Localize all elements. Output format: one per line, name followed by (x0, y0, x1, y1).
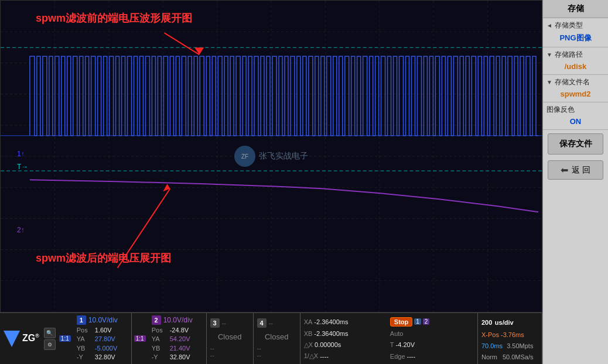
ch1-pos-value: 1.60V (95, 326, 112, 335)
stop-row: Stop 1 2 (390, 315, 474, 328)
annotation-1: spwm滤波前的端电压波形展开图 (36, 11, 192, 25)
norm-sample-row: Norm 50.0MSa/s (481, 353, 538, 360)
ch2-pos-value: -24.8V (170, 326, 189, 335)
one-dx-value: ---- (320, 353, 329, 360)
ch2-y-value: 32.80V (170, 353, 190, 362)
ch1-yb-value: -5.000V (95, 344, 118, 353)
rp-image-reverse-label: 图像反色 (546, 105, 575, 115)
ch3-block: 3 -- Closed -- -- (207, 313, 254, 364)
rp-storage-type-label: 存储类型 (555, 20, 583, 30)
ch2-indicator: 2 (423, 318, 430, 325)
time-label-row: 70.0ms 3.50Mpts (481, 342, 538, 349)
edge-row: Edge ---- (390, 351, 474, 362)
ch3-dashes: -- (210, 345, 250, 352)
back-arrow-icon: ⬅ (561, 164, 568, 176)
rp-storage-path-section: ▼ 存储路径 /udisk (543, 47, 608, 75)
ch2-ya-label: YA (152, 335, 168, 344)
rp-image-reverse-section: 图像反色 ON (543, 102, 608, 130)
mpts-label-value: 3.50Mpts (507, 342, 533, 349)
xa-row: XA -2.36400ms (304, 315, 388, 328)
watermark-logo: ZF (234, 146, 255, 167)
logo-area: ZG® (0, 313, 43, 364)
xpos-value: -3.76ms (501, 331, 524, 338)
ch4-dashes2: -- (257, 352, 296, 359)
small-icons: 🔍 ⚙ (43, 313, 57, 364)
ch4-badge: 4 (257, 318, 267, 328)
ch3-dashes2: -- (210, 352, 250, 359)
main-container: spwm滤波前的端电压波形展开图 spwm滤波后的端电压展开图 1↑ T→ 2↑… (0, 0, 608, 364)
ch1-yb-label: YB (77, 344, 93, 353)
ch4-dashes: -- (257, 345, 296, 352)
one-dx-row: 1/△X ---- (304, 351, 388, 362)
rp-back-label: 返 回 (572, 165, 590, 176)
rp-save-button[interactable]: 保存文件 (548, 133, 603, 154)
edge-label: Edge (390, 353, 405, 360)
xa-label: XA (304, 318, 313, 325)
rp-storage-type-value: PNG图像 (546, 32, 604, 44)
ch2-badge: 2 (152, 315, 161, 325)
time-div-main: 200 us/div (481, 317, 538, 327)
ch1-ratio-area: 1:1 (57, 313, 73, 364)
xb-label: XB (304, 330, 313, 337)
search-btn[interactable]: 🔍 (44, 328, 56, 338)
trigger-label: T→ (17, 163, 28, 171)
auto-label: Auto (390, 330, 404, 337)
auto-row: Auto (390, 329, 474, 339)
ch4-status: -- (269, 320, 273, 327)
ch2-ya-value: 54.20V (170, 335, 190, 344)
time-div-value: 200 (481, 319, 492, 326)
ch1-badge: 1 (77, 315, 86, 325)
ch1-ya-label: YA (77, 335, 93, 344)
xpos-row: X-Pos -3.76ms (481, 331, 538, 338)
rp-image-reverse-value: ON (546, 116, 604, 127)
xa-value: -2.36400ms (314, 318, 348, 325)
norm-label: Norm (481, 353, 497, 360)
t-row: T -4.20V (390, 339, 474, 351)
ch1-label: 1↑ (17, 150, 25, 158)
ch2-yb-value: 21.40V (170, 344, 190, 353)
measurements-block: XA -2.36400ms Stop 1 2 XB -2.36400ms Aut… (300, 313, 478, 364)
brand-logo (4, 331, 20, 347)
right-panel: 存储 ◄ 存储类型 PNG图像 ▼ 存储路径 /udisk ▼ 存储文件名 sp… (542, 0, 608, 364)
dx-row: △X 0.00000s (304, 339, 388, 351)
rp-title: 存储 (543, 0, 608, 18)
ch1-y-label: -Y (77, 353, 93, 362)
ch2-ratio-area: 1:1 (132, 313, 148, 364)
rp-back-button[interactable]: ⬅ 返 回 (548, 160, 603, 180)
ch2-y-label: -Y (152, 353, 168, 362)
ch3-status: -- (222, 320, 226, 327)
stop-button[interactable]: Stop (390, 317, 412, 327)
oscilloscope-area: spwm滤波前的端电压波形展开图 spwm滤波后的端电压展开图 1↑ T→ 2↑… (0, 0, 542, 364)
edge-value: ---- (407, 353, 416, 360)
rp-storage-path-label: 存储路径 (555, 50, 583, 60)
annotation-2: spwm滤波后的端电压展开图 (36, 251, 171, 265)
ch1-indicator: 1 (414, 318, 421, 325)
brand-name: ZG® (22, 333, 39, 344)
ch1-ratio-badge: 1:1 (59, 335, 71, 342)
xpos-label: X-Pos (481, 331, 499, 338)
ch2-info-block: 2 10.0V/div Pos -24.8V YA 54.20V YB 21.4… (148, 313, 207, 364)
status-bar: ZG® 🔍 ⚙ 1:1 1 10.0V/div Pos 1.60V (0, 313, 542, 364)
ch2-pos-label: Pos (152, 326, 168, 335)
ch3-closed: Closed (210, 329, 250, 345)
xb-value: -2.36400ms (314, 330, 348, 337)
ch4-block: 4 -- Closed -- -- (254, 313, 300, 364)
watermark-text: 张飞实战电子 (259, 151, 308, 162)
ch1-div-value: 10.0V/div (88, 316, 118, 324)
time-div-unit: us/div (495, 319, 514, 326)
triangle-icon-2: ▼ (546, 51, 552, 58)
rp-storage-filename-label: 存储文件名 (555, 77, 590, 87)
triangle-icon-3: ▼ (546, 79, 552, 85)
watermark: ZF 张飞实战电子 (234, 146, 308, 167)
sample-label: 50.0MSa/s (503, 353, 534, 360)
ch2-yb-label: YB (152, 344, 168, 353)
rp-storage-type-section: ◄ 存储类型 PNG图像 (543, 18, 608, 47)
one-dx-label: 1/△X (304, 352, 319, 360)
rp-storage-filename-section: ▼ 存储文件名 spwmd2 (543, 75, 608, 102)
settings-btn[interactable]: ⚙ (44, 339, 56, 350)
dx-value: 0.00000s (315, 341, 341, 348)
ch2-ratio-badge: 1:1 (134, 335, 146, 342)
t-value: -4.20V (396, 341, 415, 348)
ch2-label: 2↑ (17, 226, 25, 234)
ch1-info-block: 1 10.0V/div Pos 1.60V YA 27.80V YB -5.00… (73, 313, 132, 364)
